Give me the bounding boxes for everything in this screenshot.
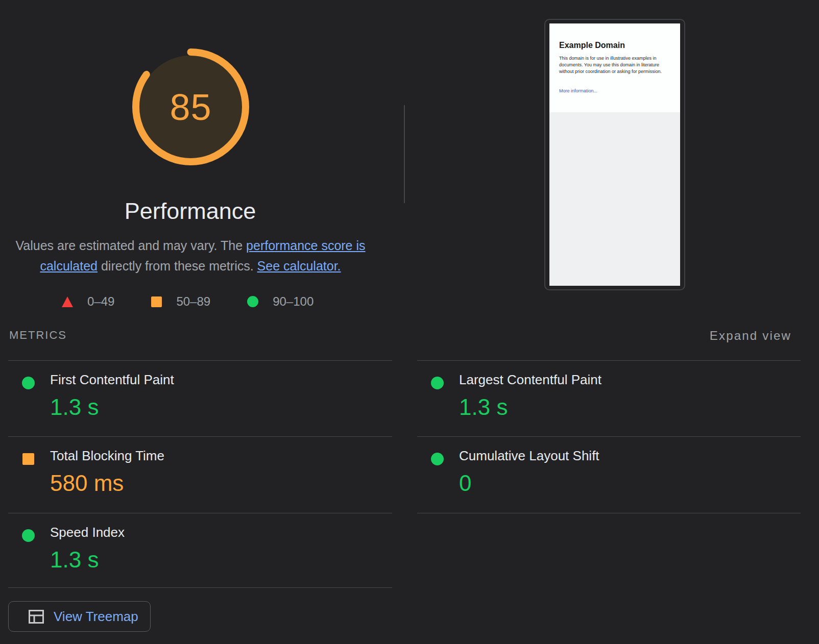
metric-value: 1.3 s [50, 394, 99, 420]
score-range-legend: 0–49 50–89 90–100 [62, 294, 314, 309]
metric-value: 1.3 s [459, 394, 508, 420]
metrics-section-title: METRICS [9, 329, 67, 342]
legend-fail: 0–49 [62, 294, 114, 309]
metric-total-blocking-time: Total Blocking Time 580 ms [8, 436, 392, 513]
expand-view-button[interactable]: Expand view [710, 329, 791, 343]
treemap-icon [29, 610, 44, 624]
vertical-divider [404, 105, 405, 203]
metric-label: Largest Contentful Paint [459, 372, 601, 388]
fail-triangle-icon [62, 296, 73, 307]
good-range-label: 90–100 [273, 294, 314, 309]
screenshot-page-title: Example Domain [559, 41, 625, 50]
average-square-icon [22, 453, 34, 465]
metric-value: 0 [459, 470, 471, 496]
metric-speed-index: Speed Index 1.3 s [8, 513, 392, 588]
metric-value: 1.3 s [50, 547, 99, 573]
screenshot-page-body: This domain is for use in illustrative e… [559, 55, 671, 75]
score-description: Values are estimated and may vary. The p… [6, 235, 375, 276]
good-circle-icon [431, 453, 444, 465]
description-text-2: directly from these metrics. [98, 259, 257, 273]
metric-first-contentful-paint: First Contentful Paint 1.3 s [8, 360, 392, 436]
screenshot-page-link: More information... [559, 88, 597, 93]
performance-category-title: Performance [0, 198, 380, 225]
average-range-label: 50–89 [176, 294, 210, 309]
performance-score-gauge[interactable]: 85 [132, 48, 249, 165]
metric-largest-contentful-paint: Largest Contentful Paint 1.3 s [417, 360, 801, 436]
metrics-column-right: Largest Contentful Paint 1.3 s Cumulativ… [417, 360, 801, 513]
fail-range-label: 0–49 [87, 294, 114, 309]
screenshot-page-content: Example Domain This domain is for use in… [549, 23, 680, 112]
legend-good: 90–100 [247, 294, 314, 309]
metric-label: Total Blocking Time [50, 448, 164, 464]
view-treemap-label: View Treemap [54, 609, 138, 625]
metric-value: 580 ms [50, 470, 124, 496]
legend-average: 50–89 [151, 294, 210, 309]
metric-label: Speed Index [50, 525, 125, 540]
view-treemap-button[interactable]: View Treemap [8, 601, 151, 632]
metric-cumulative-layout-shift: Cumulative Layout Shift 0 [417, 436, 801, 513]
description-text-1: Values are estimated and may vary. The [15, 238, 246, 253]
good-circle-icon [247, 296, 258, 307]
metrics-column-left: First Contentful Paint 1.3 s Total Block… [8, 360, 392, 588]
average-square-icon [151, 296, 162, 307]
metric-label: Cumulative Layout Shift [459, 448, 599, 464]
final-screenshot-thumbnail: Example Domain This domain is for use in… [544, 19, 685, 290]
performance-score-value: 85 [132, 48, 249, 165]
metric-label: First Contentful Paint [50, 372, 174, 388]
good-circle-icon [431, 377, 444, 389]
see-calculator-link[interactable]: See calculator. [257, 259, 341, 273]
lighthouse-performance-report: 85 Performance Values are estimated and … [0, 0, 819, 644]
good-circle-icon [22, 529, 35, 542]
final-screenshot-image: Example Domain This domain is for use in… [549, 23, 680, 286]
good-circle-icon [22, 377, 35, 389]
